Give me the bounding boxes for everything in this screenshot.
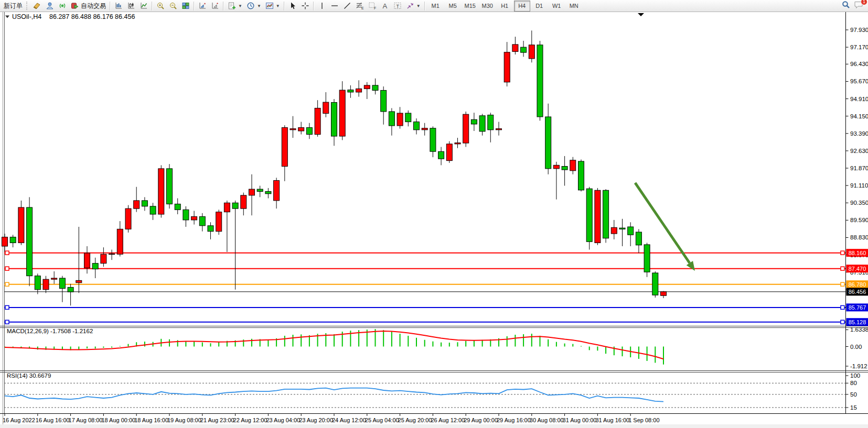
price-axis-tick: 93.390 [850, 130, 868, 137]
candle [636, 232, 641, 245]
timeframe-button-MN[interactable]: MN [566, 1, 582, 12]
search-button[interactable] [841, 0, 851, 12]
time-axis-label: 30 Aug 08:00 [530, 417, 564, 423]
hline-handle[interactable] [841, 267, 844, 270]
price-badge-label: 88.160 [849, 250, 866, 256]
text-button[interactable]: A [379, 1, 391, 11]
candle [661, 292, 667, 295]
new-chart-button[interactable]: ▼ [226, 1, 244, 11]
candle [125, 208, 131, 229]
zoom-out-button[interactable] [167, 1, 179, 11]
candlestick-chart-button[interactable] [125, 1, 137, 11]
hline-handle[interactable] [5, 251, 9, 255]
hline-handle[interactable] [841, 251, 844, 255]
vertical-line-button[interactable] [316, 1, 328, 11]
timeframe-button-W1[interactable]: W1 [549, 1, 565, 12]
timeframe-button-M15[interactable]: M15 [462, 1, 478, 12]
bar-chart-button[interactable] [112, 1, 125, 11]
time-axis-label: 18 Aug 00:00 [101, 417, 135, 423]
price-badge-label: 85.128 [849, 319, 866, 325]
vertical-line-icon [318, 2, 326, 10]
chat-button[interactable]: 1 [854, 1, 864, 12]
hline-handle[interactable] [841, 320, 844, 324]
candle [479, 116, 485, 131]
candle [463, 114, 469, 143]
hline-handle[interactable] [5, 305, 9, 309]
label-button[interactable]: T [391, 1, 404, 11]
rsi-axis-tick: 15 [850, 404, 857, 411]
toolbar-separator [152, 2, 153, 10]
hline-handle[interactable] [841, 282, 844, 286]
candle [389, 112, 394, 126]
broadcast-button[interactable] [56, 1, 69, 11]
template-button[interactable]: ▼ [263, 1, 282, 11]
price-axis-tick: 88.830 [850, 234, 868, 240]
timeframe-button-D1[interactable]: D1 [531, 1, 548, 12]
horizontal-line-button[interactable] [328, 1, 341, 11]
candle [611, 227, 617, 234]
toolbar-grip [26, 2, 29, 10]
crosshair-button[interactable] [299, 1, 312, 11]
candle [537, 45, 543, 117]
arrows-button[interactable]: ▼ [404, 1, 423, 11]
timeframe-button-M5[interactable]: M5 [445, 1, 461, 12]
hline-handle[interactable] [841, 305, 844, 309]
time-axis-label: 22 Aug 12:00 [233, 417, 267, 423]
candle [446, 144, 452, 161]
tile-windows-button[interactable] [179, 1, 192, 11]
new-order-label: 新订单 [4, 2, 23, 10]
candle [35, 276, 40, 290]
zoom-in-button[interactable] [154, 1, 167, 11]
arrange-shift-button[interactable] [209, 1, 221, 11]
cursor-button[interactable] [286, 1, 299, 11]
candle [274, 181, 280, 201]
rsi-axis-tick: 80 [850, 380, 857, 386]
timeframe-button-M1[interactable]: M1 [427, 1, 444, 12]
profile-icon [46, 2, 54, 10]
hammer-button[interactable] [31, 1, 44, 11]
candle [405, 113, 411, 122]
rsi-indicator-label: RSI(14) 30.6679 [7, 372, 51, 379]
candle [438, 151, 444, 159]
candle [553, 165, 559, 169]
bar-chart-icon [114, 2, 123, 10]
timeframe-group: M1M5M15M30H1H4D1W1MN [427, 1, 583, 12]
grid-f-button[interactable]: F [366, 1, 379, 11]
svg-text:F: F [374, 6, 376, 10]
arrange-charts-button[interactable] [196, 1, 209, 11]
macd-axis-tick: 1.6338 [850, 326, 868, 333]
candle [134, 201, 140, 208]
candle [257, 189, 263, 191]
price-axis-tick: 94.910 [850, 96, 868, 102]
time-axis-label: 25 Aug 20:00 [398, 417, 432, 423]
trendline-button[interactable] [341, 1, 353, 11]
rsi-axis-tick: 50 [850, 391, 857, 398]
candlestick-chart-icon [127, 2, 135, 10]
fibonacci-button[interactable]: E [353, 1, 366, 11]
candle [265, 191, 271, 193]
new-order-button[interactable]: 新订单 [2, 1, 25, 11]
auto-trading-label: 自动交易 [81, 2, 106, 10]
candle [142, 201, 147, 206]
hline-handle[interactable] [5, 282, 9, 286]
period-button[interactable]: ▼ [244, 1, 263, 11]
timeframe-button-H4[interactable]: H4 [514, 1, 530, 12]
line-chart-button[interactable] [137, 1, 150, 11]
auto-trading-button[interactable]: 自动交易 [69, 1, 108, 11]
profile-button[interactable] [44, 1, 56, 11]
candle [496, 129, 502, 130]
candle [249, 189, 255, 195]
candle [175, 204, 180, 210]
price-axis-tick: 91.110 [850, 182, 868, 189]
hline-handle[interactable] [5, 320, 9, 324]
timeframe-button-M30[interactable]: M30 [479, 1, 496, 12]
hline-handle[interactable] [5, 267, 9, 270]
candle [2, 237, 8, 246]
svg-text:T: T [396, 4, 399, 9]
candle [27, 207, 33, 276]
candle [595, 190, 601, 243]
candle [339, 90, 345, 136]
timeframe-button-H1[interactable]: H1 [497, 1, 513, 12]
toolbar-separator [110, 2, 111, 10]
candle [315, 108, 320, 134]
